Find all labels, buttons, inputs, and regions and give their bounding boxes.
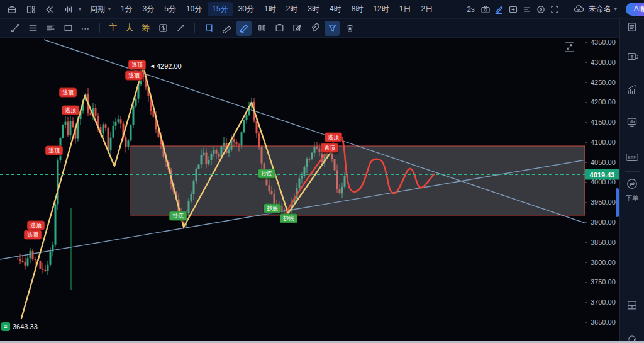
timeframe-item[interactable]: 4时 [325, 2, 346, 16]
divider [99, 23, 100, 33]
timeframe-item[interactable]: 3分 [138, 2, 159, 16]
drawing-toolbar: ⋯ 主 大 筹 [0, 19, 619, 38]
measure-tool-icon[interactable] [219, 21, 234, 36]
price-tick-label: 3900.00 [585, 218, 619, 226]
brush-tool-icon[interactable] [236, 21, 252, 36]
chevron-down-icon: ▼ [107, 6, 112, 12]
rectangle-tool-icon[interactable] [60, 21, 75, 36]
filter-tool-icon[interactable] [325, 21, 340, 36]
large-chart-button[interactable]: 大 [121, 23, 138, 34]
price-tick-label: 4350.00 [585, 38, 619, 46]
sell-signal-badge: 逃顶 [325, 133, 342, 142]
layout-name[interactable]: 未命名 [589, 4, 611, 14]
news-icon[interactable] [626, 21, 638, 35]
main-chart-button[interactable]: 主 [105, 23, 121, 34]
price-tick-label: 4150.00 [585, 118, 619, 126]
attachment-icon[interactable] [307, 21, 322, 36]
timeframe-item[interactable]: 15分 [208, 2, 232, 16]
top-toolbar: ▼ 周期 ▼ 1分3分5分10分15分30分1时2时3时4时8时12时1日2日 … [0, 0, 644, 19]
stats-monitor-icon[interactable] [626, 116, 638, 131]
timeframe-item[interactable]: 1分 [116, 2, 137, 16]
timeframe-item[interactable]: 3时 [303, 2, 324, 16]
low-badge-icon: ≡ [1, 322, 10, 331]
briefcase-icon[interactable] [5, 3, 19, 16]
price-tick-label: 4250.00 [585, 79, 619, 86]
fullscreen-icon[interactable] [548, 3, 562, 16]
target-icon[interactable] [534, 3, 548, 16]
market-trend-icon[interactable] [626, 84, 638, 99]
session-low-marker: ≡ 3643.33 [1, 322, 38, 331]
candle-pattern-icon[interactable] [254, 21, 269, 36]
timeframe-item[interactable]: 2时 [282, 2, 303, 16]
etf-icon[interactable]: ETF [626, 150, 638, 161]
settings-list-icon[interactable] [520, 3, 534, 16]
place-order-icon[interactable] [626, 177, 638, 193]
buy-signal-badge: 抄底 [258, 169, 275, 179]
trash-icon[interactable] [342, 21, 357, 36]
chevron-down-icon: ▼ [77, 6, 82, 12]
sell-signal-badge: 逃顶 [24, 230, 42, 240]
fib-tool-icon[interactable] [25, 21, 40, 36]
note-edit-icon[interactable] [289, 21, 304, 36]
timeframe-item[interactable]: 12时 [369, 2, 393, 16]
expand-pane-icon[interactable] [565, 42, 574, 52]
axis-scrollbar[interactable] [616, 188, 619, 217]
add-pane-icon[interactable] [506, 3, 520, 16]
sell-signal-badge: 逃顶 [128, 60, 146, 70]
bar-countdown: 2s [467, 5, 475, 14]
edit-pencil-icon[interactable] [492, 3, 506, 16]
price-tick-label: 3750.00 [585, 278, 619, 286]
peak-price-value: 4292.00 [157, 62, 182, 70]
timeframe-item[interactable]: 1日 [395, 2, 416, 16]
divider [567, 4, 567, 14]
timeframe-item[interactable]: 2日 [416, 2, 437, 16]
price-tick-label: 3700.00 [585, 298, 619, 306]
price-tick-label: 3800.00 [585, 259, 619, 266]
low-price-value: 3643.33 [13, 323, 38, 330]
timeframe-item[interactable]: 8时 [347, 2, 368, 16]
sell-signal-badge: 逃顶 [62, 106, 79, 115]
sell-signal-badge: 逃顶 [45, 146, 63, 155]
pattern-lines-icon[interactable] [43, 21, 58, 36]
trendline-tool-icon[interactable] [8, 21, 23, 36]
bookmark-label-icon[interactable] [201, 21, 216, 36]
buy-signal-badge: 抄底 [280, 214, 297, 223]
sell-signal-badge: 逃顶 [27, 221, 45, 230]
price-tick-label: 3650.00 [585, 318, 619, 326]
camera-icon[interactable] [479, 3, 492, 16]
price-tick-label: 3850.00 [585, 239, 619, 246]
price-tick-label: 4100.00 [585, 138, 619, 146]
replay-tool-icon[interactable] [155, 21, 170, 36]
panel-layout-icon[interactable] [626, 300, 638, 314]
price-tick-label: 4300.00 [585, 59, 619, 66]
timeframe-item[interactable]: 5分 [160, 2, 180, 16]
chevron-down-icon: ▼ [613, 6, 618, 12]
timeframe-item[interactable]: 30分 [234, 2, 258, 16]
position-box-icon[interactable] [272, 21, 287, 36]
sell-signal-badge: 逃顶 [125, 71, 143, 81]
timeframe-item[interactable]: 10分 [182, 2, 206, 16]
more-tools-button[interactable]: ⋯ [78, 21, 93, 36]
period-menu[interactable]: 周期 [90, 4, 105, 14]
price-tick-label: 3950.00 [585, 198, 619, 206]
sell-signal-badge: 逃顶 [59, 88, 77, 98]
rewind-icon[interactable] [43, 3, 57, 16]
chart-panel[interactable]: 逃顶逃顶逃顶逃顶逃顶逃顶逃顶逃顶逃顶抄底抄底抄底抄底 ◄ 4292.00 ≡ 3… [0, 38, 585, 343]
ray-line-tool-icon[interactable] [173, 21, 188, 36]
ai-analysis-button[interactable]: AI解读 [626, 3, 644, 16]
layout-grid-icon[interactable] [24, 3, 38, 16]
indicator-bars-icon[interactable] [62, 3, 75, 16]
divider [194, 23, 195, 33]
divider [625, 171, 640, 172]
left-arrow-icon: ◄ [150, 63, 155, 69]
timeframe-item[interactable]: 1时 [260, 2, 280, 16]
price-axis[interactable]: 4350.004300.004250.004200.004150.004100.… [585, 38, 619, 343]
funds-icon[interactable] [626, 51, 638, 65]
current-price-tag: 4019.43 [585, 169, 619, 180]
timeframe-list: 1分3分5分10分15分30分1时2时3时4时8时12时1日2日 [116, 2, 438, 16]
cloud-save-icon[interactable] [572, 3, 586, 16]
place-order-label[interactable]: 下单 [626, 194, 638, 203]
chips-chart-button[interactable]: 筹 [138, 23, 154, 34]
buy-signal-badge: 抄底 [264, 204, 281, 213]
candlestick-chart [0, 38, 585, 343]
